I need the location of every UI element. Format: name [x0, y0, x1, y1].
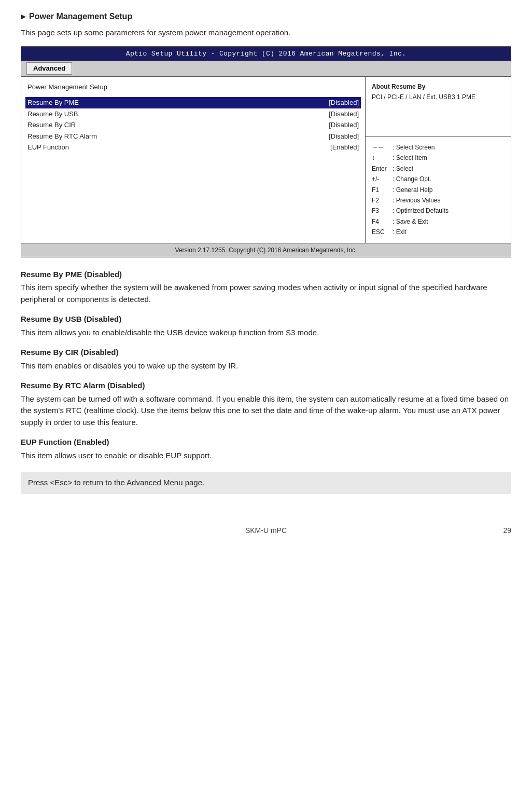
- key-label-8: ESC: [372, 227, 390, 237]
- key-row-0: →← : Select Screen: [372, 142, 505, 153]
- bios-tab-advanced[interactable]: Advanced: [26, 62, 72, 75]
- bios-section-title: Power Management Setup: [27, 82, 359, 92]
- desc-title-0: Resume By PME (Disabled): [21, 269, 511, 281]
- key-label-0: →←: [372, 142, 390, 153]
- desc-body-3: The system can be turned off with a soft…: [21, 393, 511, 429]
- footer-page-number: 29: [348, 525, 511, 536]
- key-row-3: +/- : Change Opt.: [372, 174, 505, 184]
- key-row-2: Enter : Select: [372, 163, 505, 174]
- key-desc-4: : General Help: [393, 185, 432, 195]
- bios-item-label-rtc: Resume By RTC Alarm: [27, 131, 97, 142]
- desc-section-4: EUP Function (Enabled) This item allows …: [21, 436, 511, 461]
- key-desc-5: : Previous Values: [393, 195, 441, 206]
- key-label-5: F2: [372, 195, 390, 206]
- bios-item-label-usb: Resume By USB: [27, 109, 78, 119]
- key-desc-0: : Select Screen: [393, 142, 435, 153]
- desc-body-4: This item allows user to enable or disab…: [21, 450, 511, 462]
- desc-title-2: Resume By CIR (Disabled): [21, 347, 511, 359]
- key-label-7: F4: [372, 216, 390, 227]
- bottom-note: Press <Esc> to return to the Advanced Me…: [21, 472, 511, 494]
- page-header: ▶ Power Management Setup: [21, 10, 511, 23]
- key-row-5: F2 : Previous Values: [372, 195, 505, 206]
- bios-item-value-cir: [Disabled]: [329, 120, 359, 130]
- key-desc-7: : Save & Exit: [393, 216, 428, 227]
- key-row-4: F1 : General Help: [372, 185, 505, 195]
- desc-section-3: Resume By RTC Alarm (Disabled) The syste…: [21, 380, 511, 428]
- bios-item-resume-rtc[interactable]: Resume By RTC Alarm [Disabled]: [27, 131, 359, 142]
- desc-title-4: EUP Function (Enabled): [21, 436, 511, 448]
- key-desc-6: : Optimized Defaults: [393, 206, 449, 216]
- bios-right-panel: About Resume By PCI / PCI-E / LAN / Ext.…: [366, 77, 511, 243]
- bios-ui-box: Aptio Setup Utility - Copyright (C) 2016…: [21, 46, 511, 257]
- desc-body-2: This item enables or disables you to wak…: [21, 360, 511, 372]
- key-desc-8: : Exit: [393, 227, 407, 237]
- key-desc-1: : Select Item: [393, 153, 427, 163]
- key-label-3: +/-: [372, 174, 390, 184]
- bios-item-value-pme: [Disabled]: [329, 98, 359, 108]
- bios-item-label-cir: Resume By CIR: [27, 120, 76, 130]
- key-label-6: F3: [372, 206, 390, 216]
- descriptions-container: Resume By PME (Disabled) This item speci…: [21, 269, 511, 462]
- key-label-1: ↕: [372, 153, 390, 163]
- bios-item-resume-cir[interactable]: Resume By CIR [Disabled]: [27, 119, 359, 131]
- bios-item-resume-usb[interactable]: Resume By USB [Disabled]: [27, 108, 359, 120]
- bios-item-value-usb: [Disabled]: [329, 109, 359, 119]
- key-label-2: Enter: [372, 163, 390, 174]
- key-label-4: F1: [372, 185, 390, 195]
- bios-help-title: About Resume By: [372, 82, 505, 91]
- key-row-6: F3 : Optimized Defaults: [372, 206, 505, 216]
- desc-body-0: This item specify whether the system wil…: [21, 282, 511, 305]
- desc-body-1: This item allows you to enable/disable t…: [21, 327, 511, 339]
- page-subtitle: This page sets up some parameters for sy…: [21, 27, 511, 39]
- bios-item-value-rtc: [Disabled]: [329, 131, 359, 142]
- key-desc-3: : Change Opt.: [393, 174, 431, 184]
- bios-footer: Version 2.17.1255. Copyright (C) 2016 Am…: [21, 243, 511, 257]
- bios-help-text: PCI / PCI-E / LAN / Ext. USB3.1 PME: [372, 92, 505, 102]
- bios-tab-row: Advanced: [21, 61, 511, 77]
- footer-model: SKM-U mPC: [184, 525, 347, 536]
- key-row-1: ↕ : Select Item: [372, 153, 505, 163]
- desc-title-1: Resume By USB (Disabled): [21, 313, 511, 325]
- bios-item-label-eup: EUP Function: [27, 142, 69, 153]
- key-row-7: F4 : Save & Exit: [372, 216, 505, 227]
- desc-section-0: Resume By PME (Disabled) This item speci…: [21, 269, 511, 306]
- bios-item-resume-pme[interactable]: Resume By PME [Disabled]: [25, 97, 361, 108]
- bios-help-panel: About Resume By PCI / PCI-E / LAN / Ext.…: [366, 77, 511, 137]
- key-desc-2: : Select: [393, 163, 413, 174]
- desc-section-2: Resume By CIR (Disabled) This item enabl…: [21, 347, 511, 372]
- bios-left-panel: Power Management Setup Resume By PME [Di…: [21, 77, 366, 243]
- arrow-icon: ▶: [21, 11, 26, 22]
- bios-item-eup[interactable]: EUP Function [Enabled]: [27, 142, 359, 153]
- page-footer: SKM-U mPC 29: [21, 525, 511, 536]
- bios-item-value-eup: [Enabled]: [330, 142, 359, 153]
- key-row-8: ESC : Exit: [372, 227, 505, 237]
- desc-section-1: Resume By USB (Disabled) This item allow…: [21, 313, 511, 338]
- page-title: Power Management Setup: [29, 10, 132, 23]
- bios-keys-panel: →← : Select Screen ↕ : Select Item Enter…: [366, 137, 511, 243]
- bios-content: Power Management Setup Resume By PME [Di…: [21, 77, 511, 243]
- bios-item-label-pme: Resume By PME: [27, 98, 79, 108]
- bios-header: Aptio Setup Utility - Copyright (C) 2016…: [21, 47, 511, 61]
- desc-title-3: Resume By RTC Alarm (Disabled): [21, 380, 511, 392]
